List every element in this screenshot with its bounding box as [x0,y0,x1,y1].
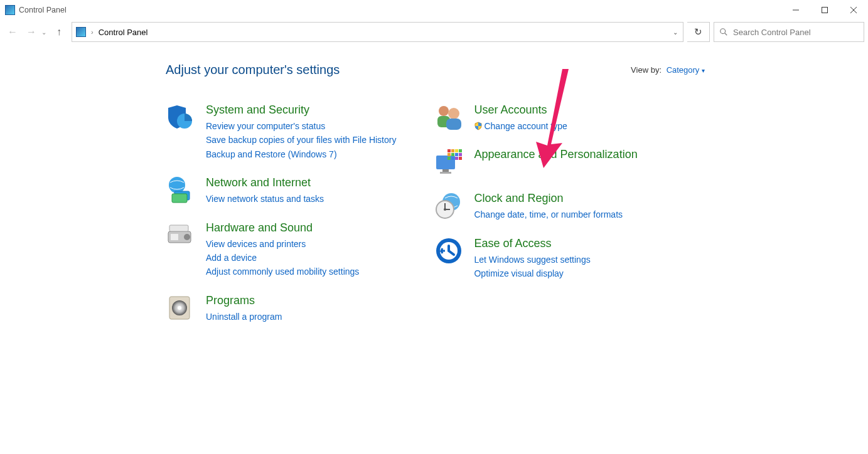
ease-of-access-icon [434,236,464,266]
svg-rect-30 [455,153,458,156]
category-ease-of-access: Ease of Access Let Windows suggest setti… [434,236,637,281]
clock-region-icon [434,191,464,221]
category-title[interactable]: Clock and Region [474,192,623,205]
view-by-label: View by: [631,65,662,75]
hardware-sound-icon [166,220,196,250]
svg-rect-24 [447,149,451,152]
svg-rect-35 [459,157,462,160]
category-clock-region: Clock and Region Change date, time, or n… [434,191,637,221]
category-link[interactable]: Change account type [474,119,567,133]
svg-rect-11 [171,234,178,240]
svg-point-40 [444,208,446,211]
address-dropdown-icon[interactable]: ⌄ [673,29,678,36]
maximize-button[interactable] [810,0,839,20]
category-link[interactable]: Review your computer's status [206,119,396,133]
svg-rect-22 [442,169,449,172]
window-title: Control Panel [19,6,781,14]
svg-rect-9 [172,194,187,203]
category-title[interactable]: Hardware and Sound [206,221,359,235]
category-user-accounts: User Accounts Change account type [434,102,637,133]
category-appearance-personalization: Appearance and Personalization [434,147,637,177]
back-button[interactable]: ← [4,23,21,41]
categories-left-column: System and Security Review your computer… [166,102,396,337]
control-panel-icon [5,5,15,15]
view-by-control[interactable]: View by: Category ▾ [631,65,705,75]
close-button[interactable] [839,0,868,20]
chevron-down-icon: ▾ [702,67,705,74]
category-link[interactable]: Backup and Restore (Windows 7) [206,147,396,161]
svg-rect-27 [459,149,462,152]
svg-point-16 [178,306,181,310]
search-box[interactable] [714,22,864,42]
shield-icon [474,122,483,130]
svg-rect-34 [455,157,458,160]
svg-point-17 [439,106,449,116]
window-controls [781,0,868,20]
svg-rect-28 [447,153,451,156]
category-title[interactable]: Appearance and Personalization [474,148,637,161]
content-area: Adjust your computer's settings View by:… [0,44,868,337]
network-internet-icon [166,175,196,205]
refresh-button[interactable]: ↻ [687,22,710,42]
svg-point-12 [184,234,190,240]
categories-grid: System and Security Review your computer… [166,102,868,337]
category-link[interactable]: Change date, time, or number formats [474,208,623,221]
svg-point-19 [448,108,459,119]
svg-rect-31 [459,153,462,156]
control-panel-icon [76,27,86,37]
svg-rect-13 [169,225,188,231]
svg-rect-23 [440,172,451,174]
category-link[interactable]: Let Windows suggest settings [474,253,590,267]
svg-rect-32 [447,157,451,160]
category-link[interactable]: Add a device [206,251,359,265]
svg-rect-29 [451,153,454,156]
category-link[interactable]: Adjust commonly used mobility settings [206,265,359,278]
recent-dropdown[interactable]: ⌄ [41,29,49,36]
category-programs: Programs Uninstall a program [166,293,396,324]
category-network-internet: Network and Internet View network status… [166,175,396,206]
category-title[interactable]: Network and Internet [206,176,324,189]
minimize-button[interactable] [781,0,810,20]
category-title[interactable]: Ease of Access [474,237,590,250]
categories-right-column: User Accounts Change account type Appear… [434,102,637,337]
svg-rect-33 [451,157,454,160]
appearance-personalization-icon [434,147,464,177]
breadcrumb-separator-icon: › [91,28,94,36]
category-link[interactable]: Optimize visual display [474,267,590,280]
breadcrumb-location[interactable]: Control Panel [99,28,148,37]
svg-rect-1 [822,8,828,13]
forward-button[interactable]: → [23,23,40,41]
category-link[interactable]: Save backup copies of your files with Fi… [206,133,396,147]
navbar: ← → ⌄ ↑ › Control Panel ⌄ ↻ [0,20,868,44]
svg-rect-20 [446,119,461,130]
category-title[interactable]: Programs [206,294,282,307]
programs-icon [166,293,196,323]
category-link[interactable]: View devices and printers [206,237,359,251]
user-accounts-icon [434,102,464,132]
titlebar: Control Panel [0,0,868,20]
category-hardware-sound: Hardware and Sound View devices and prin… [166,220,396,279]
up-button[interactable]: ↑ [50,23,68,41]
address-bar[interactable]: › Control Panel ⌄ [72,22,683,42]
category-link[interactable]: View network status and tasks [206,192,324,206]
svg-rect-26 [455,149,458,152]
svg-rect-25 [451,149,454,152]
svg-point-7 [169,177,185,193]
view-by-value[interactable]: Category [667,65,700,75]
category-link[interactable]: Uninstall a program [206,310,282,324]
search-icon [719,28,728,36]
category-system-security: System and Security Review your computer… [166,102,396,161]
svg-point-4 [721,29,726,34]
system-security-icon [166,102,196,132]
search-input[interactable] [733,28,864,37]
category-title[interactable]: User Accounts [474,103,567,117]
category-title[interactable]: System and Security [206,103,396,117]
svg-line-5 [725,33,727,36]
page-heading: Adjust your computer's settings [166,63,868,77]
